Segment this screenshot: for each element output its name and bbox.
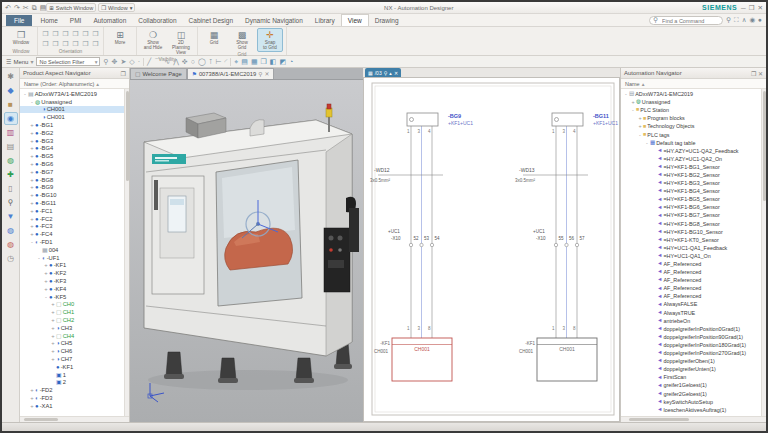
- orientation-icon[interactable]: ❒: [51, 39, 60, 48]
- tab-collaboration[interactable]: Collaboration: [132, 15, 182, 26]
- window-menu-button[interactable]: ❒ Window▾: [98, 3, 135, 12]
- tree-item[interactable]: ◄=HY=UC1-QA1_Feedback: [621, 244, 766, 252]
- tree-item[interactable]: +●-BG3: [20, 137, 129, 145]
- orientation-icon[interactable]: ❒: [81, 39, 90, 48]
- tree-item[interactable]: ◄FirstScan: [621, 373, 766, 381]
- tree-item[interactable]: +●-BG8: [20, 176, 129, 184]
- tab-library[interactable]: Library: [309, 15, 341, 26]
- viewport-3d[interactable]: [130, 80, 363, 422]
- tools-icon[interactable]: ◩: [279, 58, 286, 65]
- search-icon[interactable]: ⚲: [4, 196, 18, 209]
- tree-item[interactable]: ◄doppelgreiferUnten(1): [621, 365, 766, 373]
- minimize-ribbon-icon[interactable]: ∧: [742, 17, 747, 24]
- gear-icon[interactable]: ✱: [4, 70, 18, 83]
- circle-icon[interactable]: ○: [191, 58, 195, 65]
- move-icon[interactable]: ✜: [182, 58, 188, 65]
- collapse-icon[interactable]: ▴: [389, 70, 392, 76]
- tree-item[interactable]: ◄=HY=KF1-BG2_Sensor: [621, 171, 766, 179]
- tree-item[interactable]: ◄=HY=KF1-BG3_Sensor: [621, 179, 766, 187]
- tree-item[interactable]: +●-FC1: [20, 207, 129, 215]
- tab-view[interactable]: View: [341, 14, 369, 26]
- settings-icon[interactable]: ◔: [289, 58, 293, 65]
- tree-item[interactable]: +●-BG5: [20, 152, 129, 160]
- tree-item[interactable]: +●-BG11: [20, 199, 129, 207]
- tab-drawing[interactable]: Drawing: [369, 15, 405, 26]
- tree-item[interactable]: ▣1: [20, 371, 129, 379]
- right-column-header[interactable]: Name: [625, 81, 640, 87]
- cut-icon[interactable]: ✂: [23, 4, 29, 12]
- tree-item[interactable]: +●-BG9: [20, 184, 129, 192]
- tree-item[interactable]: -●-KF5: [20, 293, 129, 301]
- tree-item[interactable]: ◄=HY=KF1-BG7_Sensor: [621, 211, 766, 219]
- orientation-icon[interactable]: ❒: [51, 29, 60, 38]
- trim-icon[interactable]: ⊺: [209, 58, 213, 65]
- float-panel-icon[interactable]: ❐: [751, 71, 756, 77]
- orientation-icon[interactable]: ❒: [71, 39, 80, 48]
- close-icon[interactable]: ✕: [265, 71, 270, 77]
- tree-item[interactable]: ◄=HY=KF1-BG8_Sensor: [621, 220, 766, 228]
- tree-item[interactable]: ◄doppelgreiferInPosition90Grad(1): [621, 333, 766, 341]
- layers-icon[interactable]: ▤: [241, 58, 248, 65]
- help-icon[interactable]: ◉: [749, 17, 755, 24]
- tree-item[interactable]: +◍Unassigned: [621, 98, 766, 106]
- schematic-tab[interactable]: ▦ /03 ⚲ ▴ ✕: [365, 68, 401, 77]
- orientation-icon[interactable]: ❒: [41, 39, 50, 48]
- tree-item[interactable]: ◄doppelgreiferOben(1): [621, 357, 766, 365]
- tree-item[interactable]: +▢CH1: [20, 308, 129, 316]
- globe-red-icon[interactable]: ◍: [4, 238, 18, 251]
- command-search[interactable]: ⚲: [649, 16, 723, 25]
- tree-item[interactable]: ◄AF_Referenced: [621, 276, 766, 284]
- tree-item[interactable]: -◍Unassigned: [20, 98, 129, 106]
- tree-item[interactable]: +●-KF1: [20, 262, 129, 270]
- search-input[interactable]: [660, 17, 718, 25]
- 2d-planning-view-button[interactable]: ◫2D Planning View: [168, 28, 194, 57]
- pan-icon[interactable]: ✥: [112, 58, 118, 65]
- right-hscrollbar[interactable]: [621, 416, 766, 422]
- visibility-icon[interactable]: ◉: [4, 112, 18, 125]
- tree-item[interactable]: ◄=HY.AZY=UC1-QA2_Feedback: [621, 147, 766, 155]
- orientation-icon[interactable]: ❒: [61, 39, 70, 48]
- account-icon[interactable]: ●: [758, 17, 762, 24]
- tree-item[interactable]: ◄doppelgreiferInPosition180Grad(1): [621, 341, 766, 349]
- notes-icon[interactable]: ▤: [4, 140, 18, 153]
- pin-icon[interactable]: ⚲: [258, 71, 262, 77]
- tree-item[interactable]: +■Technology Objects: [621, 122, 766, 130]
- tree-item[interactable]: +●-KF4: [20, 285, 129, 293]
- close-panel-icon[interactable]: ✕: [758, 71, 763, 77]
- tree-item[interactable]: +◐-FD3: [20, 394, 129, 402]
- copy-icon[interactable]: ⧉: [32, 4, 37, 12]
- point-icon[interactable]: ·: [138, 58, 140, 65]
- orientation-icon[interactable]: ❒: [91, 39, 100, 48]
- tree-item[interactable]: ◄=HY=KF1-BG4_Sensor: [621, 187, 766, 195]
- left-hscrollbar[interactable]: [20, 416, 129, 422]
- tree-item[interactable]: +●-BG6: [20, 160, 129, 168]
- tree-item[interactable]: ◄keySwitchAutoSetup: [621, 398, 766, 406]
- tree-item[interactable]: ◄AF_Referenced: [621, 260, 766, 268]
- tab-cabinet-design[interactable]: Cabinet Design: [183, 15, 239, 26]
- right-vscrollbar[interactable]: [761, 89, 766, 416]
- tree-item[interactable]: +●-BG1: [20, 121, 129, 129]
- tree-item[interactable]: -▦Default tag table: [621, 139, 766, 147]
- tree-item[interactable]: +▢CH4: [20, 332, 129, 340]
- tab-pmi[interactable]: PMI: [64, 15, 88, 26]
- tree-item[interactable]: ◄=HY=KF1-BG1_Sensor: [621, 163, 766, 171]
- tab-home[interactable]: Home: [34, 15, 63, 26]
- tree-item[interactable]: +▢CH2: [20, 316, 129, 324]
- tree-item[interactable]: +●-BG4: [20, 145, 129, 153]
- tree-item[interactable]: +◑CH3: [20, 324, 129, 332]
- tree-item[interactable]: ●-KF1: [20, 363, 129, 371]
- tree-item[interactable]: ◄=HY=UC1-QA1_On: [621, 252, 766, 260]
- tree-item[interactable]: -◐-FD1: [20, 238, 129, 246]
- left-vscrollbar[interactable]: [124, 89, 129, 416]
- tree-item[interactable]: ◑CH001: [20, 106, 129, 114]
- parts-green-icon[interactable]: ◍: [4, 154, 18, 167]
- tree-item[interactable]: +■Program blocks: [621, 114, 766, 122]
- tree-item[interactable]: +◑CH5: [20, 340, 129, 348]
- tree-item[interactable]: ▣2: [20, 378, 129, 386]
- window-button[interactable]: ❒Window: [8, 28, 34, 47]
- tree-item[interactable]: -▤ADxxW73A/1-EMC2019: [20, 90, 129, 98]
- left-column-header[interactable]: Name (Order: Alphanumeric): [24, 81, 94, 87]
- switch-window-button[interactable]: ⊞ Switch Window: [46, 3, 96, 12]
- pin-icon[interactable]: ⚲: [384, 70, 388, 76]
- tree-item[interactable]: ◄greifer2Geloest(1): [621, 389, 766, 397]
